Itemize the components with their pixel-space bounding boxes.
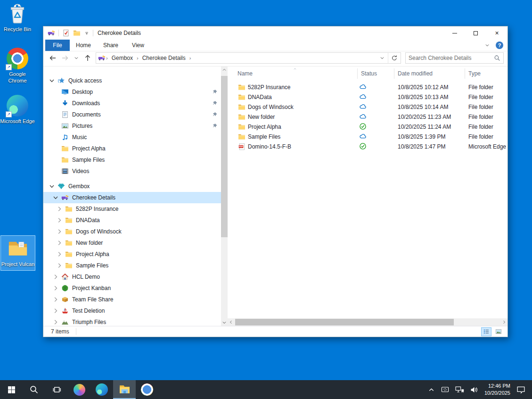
sidebar-item-pictures[interactable]: Pictures — [43, 120, 221, 132]
sidebar-item-videos[interactable]: Videos — [43, 166, 221, 177]
sidebar-item-music[interactable]: Music — [43, 132, 221, 143]
task-view-button[interactable] — [45, 380, 68, 399]
breadcrumb-gembox[interactable]: Gembox — [108, 55, 136, 61]
navigation-scrollbar[interactable] — [221, 66, 228, 326]
folder-icon — [65, 239, 73, 247]
volume-icon[interactable] — [470, 386, 478, 393]
address-bar[interactable]: › Gembox › Cherokee Details › — [96, 52, 401, 64]
table-row[interactable]: 5282P Insurance 10/8/2025 10:12 AM File … — [228, 82, 507, 92]
details-view-button[interactable] — [481, 327, 491, 336]
column-header-date-modified[interactable]: Date modified — [398, 70, 433, 77]
chevron-right-icon[interactable] — [56, 216, 63, 224]
up-icon[interactable] — [84, 54, 91, 62]
chevron-right-icon[interactable] — [56, 228, 63, 235]
chevron-down-icon[interactable] — [52, 194, 59, 201]
chevron-right-icon[interactable] — [52, 284, 59, 292]
search-input[interactable] — [409, 55, 494, 61]
chevron-right-icon[interactable] — [56, 250, 63, 258]
back-icon[interactable] — [49, 54, 57, 62]
action-center-icon[interactable] — [516, 386, 525, 394]
sidebar-item-project-alpha[interactable]: Project Alpha — [43, 143, 221, 154]
chevron-right-icon[interactable] — [52, 318, 59, 326]
recent-locations-chevron-icon[interactable] — [74, 55, 79, 61]
scroll-left-icon[interactable] — [228, 318, 234, 326]
chevron-right-icon[interactable] — [56, 205, 63, 213]
hidden-icons-chevron-icon[interactable] — [428, 386, 435, 393]
scrollbar-thumb[interactable] — [235, 319, 454, 325]
start-button[interactable] — [0, 380, 23, 399]
folder-icon — [65, 250, 73, 258]
sidebar-item-sample-files[interactable]: Sample Files — [43, 154, 221, 166]
sidebar-item-downloads[interactable]: Downloads — [43, 98, 221, 109]
sidebar-item-dnadata[interactable]: DNAData — [43, 215, 221, 226]
sidebar-item-gembox[interactable]: Gembox — [43, 181, 221, 192]
table-row[interactable]: Project Alpha 10/20/2025 11:24 AM File f… — [228, 122, 507, 132]
maximize-button[interactable] — [465, 26, 486, 40]
search-icon[interactable] — [494, 55, 500, 61]
sidebar-item-sample-files-tree[interactable]: Sample Files — [43, 260, 221, 271]
address-dropdown-chevron-icon[interactable] — [379, 55, 385, 61]
help-icon[interactable]: ? — [496, 42, 503, 49]
sidebar-item-project-kanban[interactable]: Project Kanban — [43, 283, 221, 294]
sidebar-item-dogs-of-windsock[interactable]: Dogs of Windsock — [43, 226, 221, 237]
table-row[interactable]: Dogs of Windsock 10/8/2025 10:14 AM File… — [228, 102, 507, 112]
sidebar-item-documents[interactable]: Documents — [43, 109, 221, 120]
sidebar-item-hcl-demo[interactable]: HCL Demo — [43, 271, 221, 283]
chevron-right-icon[interactable] — [56, 239, 63, 247]
taskbar-file-explorer-button[interactable] — [113, 380, 136, 399]
sidebar-item-team-file-share[interactable]: Team File Share — [43, 294, 221, 305]
tab-view[interactable]: View — [124, 40, 152, 51]
sidebar-item-triumph-files[interactable]: Triumph Files — [43, 316, 221, 326]
taskbar-clock[interactable]: 12:46 PM 10/20/2025 — [484, 382, 510, 397]
close-button[interactable]: × — [486, 26, 507, 40]
sidebar-item-desktop[interactable]: Desktop — [43, 86, 221, 98]
ribbon-collapse-chevron-icon[interactable] — [484, 42, 490, 48]
tray-display-icon[interactable] — [441, 386, 449, 393]
taskbar-search-button[interactable] — [23, 380, 45, 399]
desktop-icon-project-vulcan[interactable]: Project Vulcan — [0, 235, 35, 271]
desktop-icon-recycle-bin[interactable]: Recycle Bin — [0, 3, 35, 33]
sidebar-item-project-alpha-tree[interactable]: Project Alpha — [43, 249, 221, 260]
chevron-down-icon[interactable] — [48, 183, 56, 190]
customize-qat-dropdown-icon[interactable] — [84, 30, 90, 36]
desktop-icon-google-chrome[interactable]: ↗ Google Chrome — [0, 48, 35, 84]
tab-file[interactable]: File — [45, 40, 70, 51]
scroll-up-icon[interactable] — [221, 66, 228, 73]
tab-home[interactable]: Home — [70, 40, 97, 51]
chevron-right-icon[interactable] — [52, 273, 59, 281]
scrollbar-thumb[interactable] — [221, 76, 228, 237]
refresh-icon[interactable] — [391, 55, 398, 61]
chevron-right-icon[interactable] — [52, 296, 59, 303]
column-header-status[interactable]: Status — [361, 70, 377, 77]
taskbar-chrome-button[interactable] — [136, 380, 158, 399]
chevron-down-icon[interactable] — [48, 77, 56, 84]
column-header-type[interactable]: Type — [468, 70, 481, 77]
chevron-right-icon[interactable] — [52, 307, 59, 315]
desktop-icon-microsoft-edge[interactable]: ↗ Microsoft Edge — [0, 95, 35, 125]
scroll-down-icon[interactable] — [221, 319, 228, 326]
horizontal-scrollbar[interactable] — [228, 318, 507, 326]
table-row[interactable]: Sample Files 10/8/2025 1:39 PM File fold… — [228, 132, 507, 141]
new-folder-icon[interactable] — [73, 29, 81, 37]
table-row[interactable]: Domino-14.5-F-B 10/8/2025 1:47 PM Micros… — [228, 141, 507, 151]
copilot-button[interactable] — [68, 380, 90, 399]
folder-icon — [238, 123, 246, 131]
column-header-name[interactable]: Name — [237, 70, 253, 77]
sidebar-item-5282p-insurance[interactable]: 5282P Insurance — [43, 203, 221, 215]
network-icon[interactable] — [455, 386, 464, 393]
forward-icon[interactable] — [61, 54, 69, 62]
table-row[interactable]: New folder 10/20/2025 11:23 AM File fold… — [228, 112, 507, 122]
breadcrumb-cherokee-details[interactable]: Cherokee Details — [139, 55, 189, 61]
properties-check-icon[interactable] — [62, 29, 70, 37]
taskbar-edge-button[interactable] — [90, 380, 113, 399]
table-row[interactable]: DNAData 10/8/2025 10:13 AM File folder — [228, 92, 507, 102]
large-icons-view-button[interactable] — [493, 327, 504, 336]
sidebar-item-test-deletion[interactable]: Test Deletion — [43, 305, 221, 316]
scroll-right-icon[interactable] — [501, 318, 507, 326]
tab-share[interactable]: Share — [97, 40, 124, 51]
sidebar-item-quick-access[interactable]: Quick access — [43, 75, 221, 86]
chevron-right-icon[interactable] — [56, 262, 63, 269]
sidebar-item-cherokee-details[interactable]: Cherokee Details — [43, 192, 221, 203]
sidebar-item-new-folder[interactable]: New folder — [43, 237, 221, 249]
minimize-button[interactable] — [444, 26, 465, 40]
